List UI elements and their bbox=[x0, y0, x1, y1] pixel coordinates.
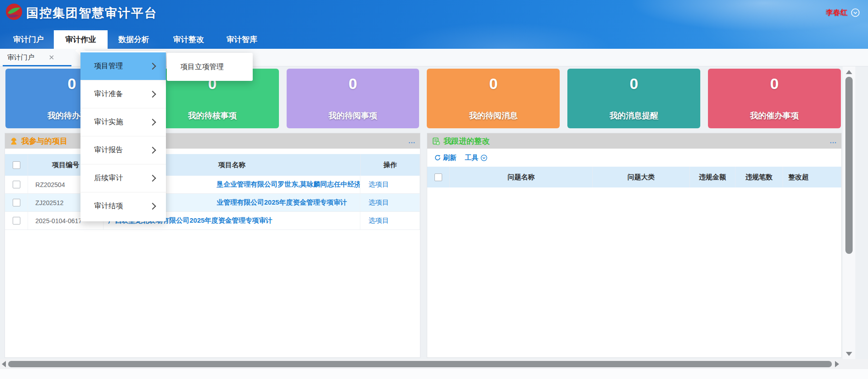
column-header-issue-category: 问题大类 bbox=[593, 167, 690, 187]
tools-button[interactable]: 工具 bbox=[465, 154, 487, 162]
chevron-circle-icon bbox=[481, 154, 487, 161]
clipboard-clock-icon bbox=[432, 137, 440, 145]
spacer bbox=[5, 149, 420, 154]
menu-item-audit-closure[interactable]: 审计结项 bbox=[80, 192, 166, 220]
panel-title: 我参与的项目 bbox=[21, 136, 67, 146]
select-project-button[interactable]: 选项目 bbox=[368, 180, 389, 189]
scroll-down-arrow[interactable] bbox=[846, 352, 852, 356]
nav-item-audit-rectify[interactable]: 审计整改 bbox=[164, 30, 213, 49]
menu-item-project-mgmt[interactable]: 项目管理 bbox=[80, 52, 166, 80]
stat-card-value: 0 bbox=[567, 75, 700, 93]
chevron-right-icon bbox=[149, 63, 156, 70]
scroll-right-arrow[interactable] bbox=[835, 361, 839, 367]
user-menu[interactable]: 李春红 bbox=[826, 6, 860, 19]
select-all-checkbox[interactable] bbox=[13, 161, 20, 169]
stat-card-toread-messages[interactable]: 0 我的待阅消息 bbox=[427, 69, 560, 128]
chevron-down-icon bbox=[851, 8, 860, 17]
nav-item-label: 审计门户 bbox=[13, 34, 44, 45]
tools-label: 工具 bbox=[465, 154, 478, 162]
chevron-right-icon bbox=[149, 147, 156, 154]
more-button[interactable]: ... bbox=[830, 139, 837, 143]
dropdown-menu: 项目管理 审计准备 审计实施 审计报告 后续审计 审计结项 bbox=[80, 51, 166, 221]
row-checkbox[interactable] bbox=[13, 181, 20, 188]
more-button[interactable]: ... bbox=[408, 139, 415, 143]
column-header-rectify-overdue: 整改超 bbox=[783, 167, 841, 187]
menu-item-audit-report[interactable]: 审计报告 bbox=[80, 136, 166, 164]
worker-icon bbox=[9, 137, 18, 145]
stat-card-label: 我的消息提醒 bbox=[567, 110, 700, 121]
table-header: 项目编号 项目名称 操作 bbox=[5, 154, 420, 176]
nav-item-label: 审计作业 bbox=[66, 34, 96, 45]
nav-item-audit-portal[interactable]: 审计门户 bbox=[6, 30, 51, 49]
stat-card-value: 0 bbox=[708, 75, 841, 93]
table-row: ZJ202512 业管理有限公司2025年度资金管理专项审计 选项目 bbox=[5, 194, 420, 212]
nav-item-data-analysis[interactable]: 数据分析 bbox=[109, 30, 159, 49]
refresh-icon bbox=[434, 154, 441, 161]
table-empty-area bbox=[427, 187, 841, 355]
refresh-label: 刷新 bbox=[443, 154, 457, 162]
nav-item-label: 数据分析 bbox=[118, 34, 149, 45]
horizontal-scroll-thumb[interactable] bbox=[8, 361, 832, 367]
column-header-violation-count: 违规笔数 bbox=[736, 167, 783, 187]
stat-card-notifications[interactable]: 0 我的消息提醒 bbox=[567, 69, 700, 128]
panel-header: 我参与的项目 ... bbox=[5, 133, 420, 149]
close-icon[interactable] bbox=[49, 55, 54, 60]
chevron-right-icon bbox=[149, 175, 156, 182]
column-header-action: 操作 bbox=[361, 154, 420, 176]
nav-item-label: 审计整改 bbox=[173, 34, 204, 45]
column-header-issue-name: 问题名称 bbox=[450, 167, 593, 187]
menu-item-audit-prep[interactable]: 审计准备 bbox=[80, 80, 166, 108]
panel-my-rectifications: 我跟进的整改 ... 刷新 工具 bbox=[427, 133, 842, 358]
select-all-checkbox[interactable] bbox=[434, 173, 442, 181]
menu-item-label: 审计实施 bbox=[94, 117, 123, 127]
stat-card-label: 我的催办事项 bbox=[708, 110, 841, 121]
menu-item-follow-up-audit[interactable]: 后续审计 bbox=[80, 164, 166, 192]
table-header: 问题名称 问题大类 违规金额 违规笔数 整改超 bbox=[427, 167, 841, 187]
table-row: 2025-0104-0617 广西农垦龙北农场有限公司2025年度资金管理专项审… bbox=[5, 212, 420, 230]
menu-item-label: 审计准备 bbox=[94, 89, 123, 99]
stat-card-urged[interactable]: 0 我的催办事项 bbox=[708, 69, 841, 128]
panel-title: 我跟进的整改 bbox=[443, 136, 490, 146]
stat-card-label: 我的待阅消息 bbox=[427, 110, 560, 121]
row-checkbox[interactable] bbox=[13, 217, 20, 225]
panel-toolbar: 刷新 工具 bbox=[427, 149, 841, 167]
select-project-button[interactable]: 选项目 bbox=[368, 216, 389, 225]
stat-card-label: 我的待阅事项 bbox=[287, 110, 420, 121]
submenu-item-project-initiation[interactable]: 项目立项管理 bbox=[167, 53, 253, 81]
menu-item-label: 项目管理 bbox=[94, 61, 123, 71]
scroll-up-arrow[interactable] bbox=[846, 70, 852, 74]
chevron-right-icon bbox=[149, 119, 156, 126]
panel-header: 我跟进的整改 ... bbox=[427, 133, 841, 149]
menu-item-label: 审计结项 bbox=[94, 201, 123, 211]
chevron-right-icon bbox=[149, 203, 156, 210]
row-checkbox[interactable] bbox=[13, 199, 20, 206]
scroll-left-arrow[interactable] bbox=[2, 361, 6, 367]
column-header-violation-amount: 违规金额 bbox=[690, 167, 736, 187]
menu-item-label: 后续审计 bbox=[94, 173, 123, 183]
tab-label: 审计门户 bbox=[7, 53, 34, 62]
nav-item-label: 审计智库 bbox=[226, 34, 257, 45]
app-root: 国控集团智慧审计平台 李春红 审计门户 审计作业 数据分析 审计整改 审计智库 bbox=[0, 0, 868, 379]
app-header: 国控集团智慧审计平台 李春红 审计门户 审计作业 数据分析 审计整改 审计智库 bbox=[0, 0, 868, 49]
vertical-scroll-thumb[interactable] bbox=[845, 77, 853, 254]
logo-icon bbox=[5, 3, 23, 20]
panel-my-projects: 我参与的项目 ... 项目编号 项目名称 操作 RZ202504 垦企业管理有限… bbox=[5, 133, 420, 358]
stat-card-value: 0 bbox=[427, 75, 560, 93]
username: 李春红 bbox=[826, 8, 848, 18]
stat-card-value: 0 bbox=[287, 75, 420, 93]
stat-card-toread-items[interactable]: 0 我的待阅事项 bbox=[287, 69, 420, 128]
tab-audit-portal[interactable]: 审计门户 bbox=[0, 49, 63, 66]
menu-item-audit-implementation[interactable]: 审计实施 bbox=[80, 108, 166, 136]
table-row: RZ202504 垦企业管理有限公司罗世东,莫咏麟同志任中经济责任审... 选项… bbox=[5, 176, 420, 194]
chevron-right-icon bbox=[149, 91, 156, 98]
refresh-button[interactable]: 刷新 bbox=[434, 154, 457, 162]
submenu: 项目立项管理 bbox=[167, 53, 253, 81]
active-tab-underline bbox=[3, 65, 71, 66]
app-title: 国控集团智慧审计平台 bbox=[26, 5, 157, 21]
bottom-strip bbox=[0, 369, 868, 379]
nav-item-audit-knowledge[interactable]: 审计智库 bbox=[217, 30, 267, 49]
select-project-button[interactable]: 选项目 bbox=[368, 198, 389, 207]
menu-item-label: 审计报告 bbox=[94, 145, 123, 155]
